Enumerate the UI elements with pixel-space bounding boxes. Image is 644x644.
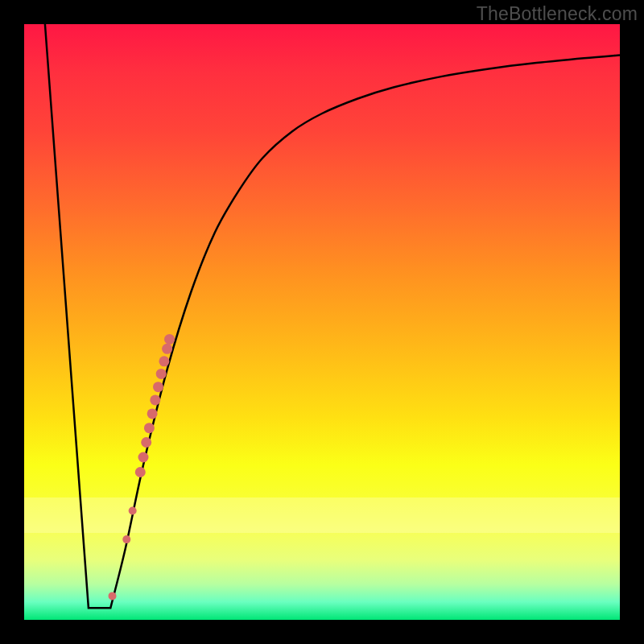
data-dot	[153, 382, 163, 392]
dots-layer	[109, 334, 175, 600]
data-dot	[156, 369, 167, 379]
watermark-text: TheBottleneck.com	[477, 3, 638, 25]
data-dot	[135, 467, 146, 477]
data-dot	[147, 408, 158, 419]
data-dot	[122, 535, 130, 543]
chart-frame: TheBottleneck.com	[0, 0, 644, 644]
bottleneck-curve	[45, 24, 620, 608]
data-dot	[162, 344, 172, 354]
curve-layer	[45, 24, 620, 608]
data-dot	[164, 334, 175, 345]
chart-svg	[24, 24, 620, 620]
data-dot	[159, 356, 169, 366]
data-dot	[129, 507, 137, 515]
data-dot	[141, 437, 151, 448]
data-dot	[144, 423, 155, 433]
data-dot	[150, 394, 160, 405]
data-dot	[109, 592, 117, 600]
data-dot	[138, 452, 149, 462]
